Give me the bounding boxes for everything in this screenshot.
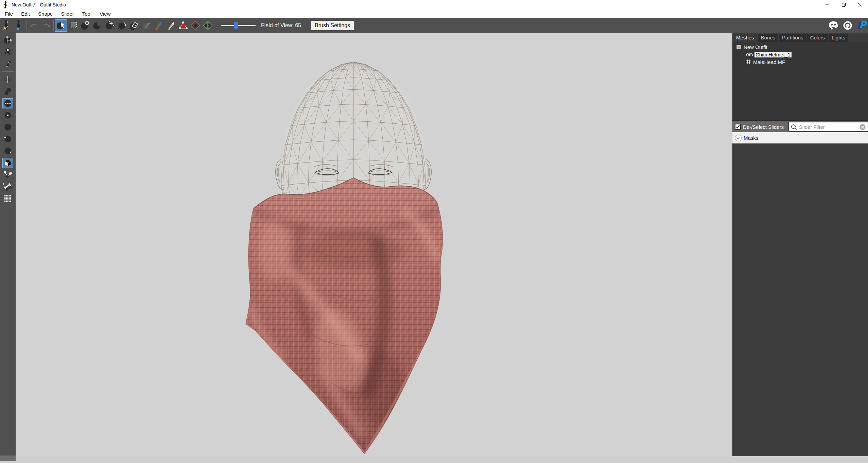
redo-button[interactable]: [40, 19, 52, 32]
eraser-icon: [129, 20, 139, 31]
collapse-box-icon[interactable]: [736, 45, 741, 49]
center-vertex-tool-button[interactable]: [2, 110, 13, 120]
weight-brush-icon: [141, 20, 152, 31]
grid-tool-button[interactable]: [2, 193, 13, 204]
menu-slider[interactable]: Slider: [57, 10, 78, 17]
eye-icon[interactable]: [746, 52, 753, 57]
right-panel: Meshes Bones Partitions Colors Lights Ne…: [732, 33, 868, 456]
flip-edge-icon: [190, 20, 201, 31]
move-brush-icon: [105, 20, 115, 31]
vertex-tool-icon: [3, 123, 12, 132]
pencil-tool-button[interactable]: [2, 58, 13, 69]
eraser-button[interactable]: [128, 19, 140, 32]
select-brush-button[interactable]: [55, 19, 67, 32]
close-icon: [858, 3, 862, 7]
tree-item-label[interactable]: MaleHeadIMF: [753, 59, 785, 65]
tab-bones[interactable]: Bones: [758, 34, 779, 42]
masks-header[interactable]: Masks: [732, 132, 868, 143]
edge-tool-button[interactable]: [2, 170, 13, 180]
vertex-corner-a-tool-button[interactable]: [2, 134, 13, 144]
deflate-brush-button[interactable]: [91, 19, 104, 32]
menu-view[interactable]: View: [96, 10, 115, 17]
center-vertex-tool-icon: [3, 111, 12, 120]
vertex-tool-button[interactable]: [2, 122, 13, 132]
pencil-tool-icon: [3, 59, 12, 68]
transform-tool-button[interactable]: [2, 35, 13, 45]
color-brush-icon: [154, 20, 164, 31]
smooth-brush-button[interactable]: [116, 19, 128, 32]
window-title: New Outfit* - Outfit Studio: [12, 2, 66, 7]
tab-lights[interactable]: Lights: [829, 34, 848, 42]
collapse-vertex-icon: [178, 20, 188, 31]
discord-link[interactable]: [827, 19, 839, 32]
deflate-brush-icon: [92, 20, 103, 31]
move-brush-button[interactable]: [104, 19, 116, 32]
alpha-brush-icon: [166, 20, 176, 31]
menu-file[interactable]: File: [1, 10, 17, 17]
toolbar-separator: [215, 20, 215, 31]
pin-tool-icon: [3, 47, 12, 56]
app-logo-icon: [3, 1, 10, 8]
fov-slider-thumb[interactable]: [234, 22, 238, 29]
bone-tool-button[interactable]: [2, 182, 13, 192]
connected-brush-button[interactable]: [2, 86, 13, 97]
global-brush-button[interactable]: [2, 98, 13, 108]
vertex-corner-b-tool-button[interactable]: [2, 146, 13, 156]
paypal-link[interactable]: P P: [856, 19, 868, 32]
tab-colors[interactable]: Colors: [807, 34, 828, 42]
cube-view-tool-button[interactable]: [2, 158, 13, 168]
minimize-button[interactable]: [819, 0, 835, 10]
smooth-brush-icon: [117, 20, 127, 31]
tree-item-maleheadimf[interactable]: MaleHeadIMF: [732, 58, 868, 66]
alpha-brush-button[interactable]: [165, 19, 177, 32]
flip-edge-button[interactable]: [189, 19, 202, 32]
search-icon: [791, 124, 797, 130]
wireframe-icon: [746, 59, 751, 65]
menu-edit[interactable]: Edit: [17, 10, 34, 17]
color-brush-button[interactable]: [153, 19, 165, 32]
slider-filter-input[interactable]: [789, 122, 868, 131]
inflate-brush-button[interactable]: [79, 19, 91, 32]
deselect-sliders-checkbox[interactable]: [735, 124, 741, 130]
main-toolbar: Field of View: 65 Brush Settings: [0, 18, 868, 33]
mask-brush-icon: [68, 20, 78, 31]
tab-meshes[interactable]: Meshes: [733, 34, 757, 42]
new-project-button[interactable]: [1, 19, 13, 32]
undo-icon: [29, 21, 39, 30]
toolbar-separator: [53, 20, 54, 31]
split-edge-button[interactable]: [202, 19, 214, 32]
new-project-icon: [2, 20, 12, 31]
viewport-scene: [16, 33, 732, 456]
collapse-vertex-button[interactable]: [177, 19, 189, 32]
pin-tool-button[interactable]: [2, 47, 13, 57]
slider-select-bar: De-/Select Sliders: [732, 121, 868, 132]
tree-item-label[interactable]: ChitinHelmet_1: [754, 52, 792, 57]
left-toolbar-footer: [0, 456, 16, 461]
tree-item-chitinhelmet[interactable]: ChitinHelmet_1: [732, 51, 868, 58]
fov-slider[interactable]: [221, 22, 256, 29]
mask-brush-button[interactable]: [67, 19, 79, 32]
tree-root-new-outfit[interactable]: New Outfit: [732, 43, 868, 51]
bandana-mesh: [237, 169, 457, 456]
tab-partitions[interactable]: Partitions: [779, 34, 806, 42]
restore-icon: [841, 3, 846, 7]
tree-root-label: New Outfit: [744, 44, 767, 50]
load-project-button[interactable]: [13, 19, 25, 32]
close-button[interactable]: [852, 0, 868, 10]
restore-button[interactable]: [835, 0, 852, 10]
viewport-3d[interactable]: [16, 33, 732, 456]
clear-filter-icon[interactable]: [860, 124, 866, 130]
menu-shape[interactable]: Shape: [34, 10, 57, 17]
menu-tool[interactable]: Tool: [78, 10, 96, 17]
select-brush-icon: [56, 20, 66, 31]
github-link[interactable]: [841, 19, 854, 32]
chevron-down-icon[interactable]: [734, 134, 742, 142]
undo-button[interactable]: [28, 19, 40, 32]
svg-text:P: P: [859, 20, 867, 31]
mirror-tool-button[interactable]: [2, 74, 13, 85]
check-icon: [736, 125, 740, 129]
weight-brush-button[interactable]: [140, 19, 153, 32]
grid-tool-icon: [3, 194, 12, 203]
vertex-corner-a-tool-icon: [3, 135, 12, 143]
brush-settings-button[interactable]: Brush Settings: [311, 21, 354, 30]
